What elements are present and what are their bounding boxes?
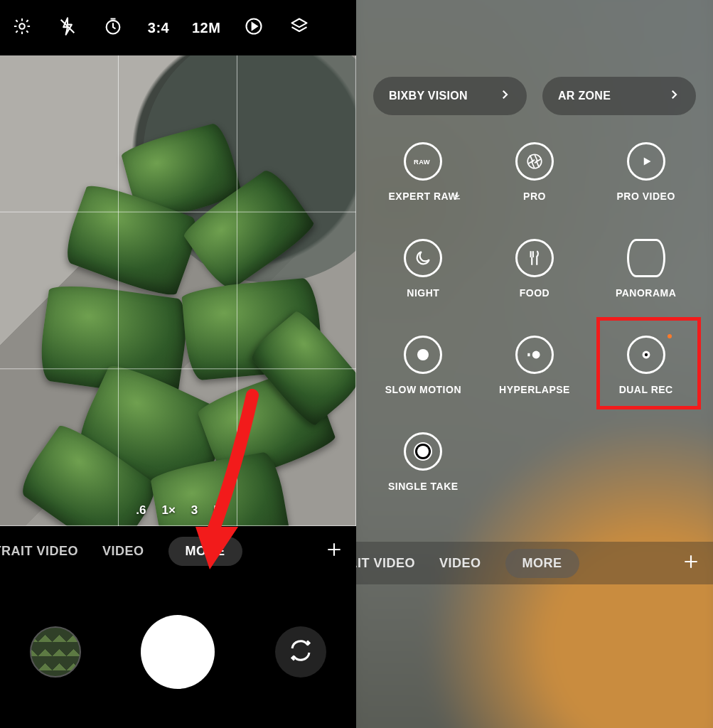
mode-label: SLOW MOTION bbox=[385, 384, 461, 395]
mode-dual-rec[interactable]: DUAL REC bbox=[590, 336, 702, 395]
pro-video-icon bbox=[627, 142, 665, 181]
plus-icon bbox=[325, 540, 343, 562]
mode-label: PRO bbox=[523, 191, 546, 202]
mode-pro-video[interactable]: PRO VIDEO bbox=[590, 142, 702, 202]
mode-video[interactable]: VIDEO bbox=[102, 544, 144, 559]
mode-video[interactable]: VIDEO bbox=[439, 556, 481, 571]
svg-point-0 bbox=[19, 23, 24, 28]
shutter-button[interactable] bbox=[141, 615, 215, 689]
zoom-3x[interactable]: 3 bbox=[191, 503, 198, 518]
mode-night[interactable]: NIGHT bbox=[368, 239, 479, 299]
mode-panorama[interactable]: PANORAMA bbox=[590, 239, 702, 299]
mode-label: HYPERLAPSE bbox=[499, 384, 570, 395]
svg-rect-10 bbox=[527, 353, 530, 356]
mode-portrait-video[interactable]: PORTRAIT VIDEO bbox=[0, 544, 78, 559]
bixby-vision-chip[interactable]: BIXBY VISION bbox=[373, 77, 527, 115]
zoom-wide[interactable]: .6 bbox=[136, 503, 146, 518]
mode-label: EXPERT RAW bbox=[389, 191, 459, 202]
camera-more-screen: BIXBY VISION AR ZONE RAW EXPERT RAW bbox=[356, 0, 713, 728]
switch-camera-button[interactable] bbox=[275, 626, 326, 678]
mode-more[interactable]: MORE bbox=[505, 549, 579, 578]
moon-icon bbox=[404, 239, 442, 277]
svg-point-9 bbox=[532, 351, 540, 359]
mode-selector[interactable]: RTRAIT VIDEO VIDEO MORE bbox=[356, 542, 713, 584]
svg-text:RAW: RAW bbox=[414, 159, 430, 166]
mode-food[interactable]: FOOD bbox=[479, 239, 591, 299]
gridlines bbox=[0, 55, 356, 526]
motion-photo-icon bbox=[244, 16, 264, 39]
mode-more[interactable]: MORE bbox=[168, 537, 242, 566]
edit-modes-button[interactable] bbox=[680, 552, 702, 574]
flash-button[interactable] bbox=[55, 16, 80, 39]
filters-button[interactable] bbox=[287, 16, 311, 39]
mode-grid: RAW EXPERT RAW PRO PRO VIDEO bbox=[356, 142, 713, 492]
edit-modes-button[interactable] bbox=[323, 540, 345, 562]
slow-motion-icon bbox=[404, 336, 442, 374]
mode-expert-raw[interactable]: RAW EXPERT RAW bbox=[368, 142, 479, 202]
motion-photo-button[interactable] bbox=[242, 16, 266, 39]
zoom-tray: .6 1× 3 5 bbox=[136, 503, 220, 518]
svg-point-7 bbox=[527, 154, 542, 168]
plus-icon bbox=[682, 552, 700, 574]
svg-marker-8 bbox=[643, 158, 650, 166]
chip-label: AR ZONE bbox=[558, 90, 611, 102]
chevron-right-icon bbox=[498, 88, 511, 104]
flash-off-icon bbox=[58, 16, 77, 39]
mode-label: SINGLE TAKE bbox=[388, 481, 459, 492]
layers-icon bbox=[289, 16, 309, 39]
mode-label: FOOD bbox=[520, 287, 550, 299]
chevron-right-icon bbox=[668, 88, 680, 104]
svg-marker-4 bbox=[252, 23, 257, 29]
new-dot-indicator bbox=[668, 334, 672, 338]
gallery-thumbnail[interactable] bbox=[30, 626, 81, 678]
hyperlapse-icon bbox=[515, 336, 554, 374]
mode-label: PRO VIDEO bbox=[617, 191, 675, 202]
camera-main-screen: 3:4 12M bbox=[0, 0, 356, 728]
ar-zone-chip[interactable]: AR ZONE bbox=[542, 77, 696, 115]
mode-label: NIGHT bbox=[407, 287, 439, 299]
aperture-icon bbox=[515, 142, 554, 181]
mode-selector[interactable]: PORTRAIT VIDEO VIDEO MORE bbox=[0, 526, 356, 576]
gear-icon bbox=[12, 16, 32, 39]
dual-rec-icon bbox=[627, 336, 665, 374]
zoom-5x[interactable]: 5 bbox=[213, 503, 220, 518]
aspect-ratio-button[interactable]: 3:4 bbox=[146, 20, 171, 36]
switch-camera-icon bbox=[288, 638, 313, 666]
mode-pro[interactable]: PRO bbox=[479, 142, 591, 202]
chip-label: BIXBY VISION bbox=[389, 90, 468, 102]
timer-button[interactable] bbox=[101, 16, 125, 39]
top-chips: BIXBY VISION AR ZONE bbox=[356, 77, 713, 115]
mode-portrait-video[interactable]: RTRAIT VIDEO bbox=[356, 556, 415, 571]
panorama-icon bbox=[627, 239, 665, 277]
mode-slow-motion[interactable]: SLOW MOTION bbox=[368, 336, 479, 395]
resolution-button[interactable]: 12M bbox=[192, 20, 220, 36]
topbar: 3:4 12M bbox=[0, 0, 356, 55]
mode-single-take[interactable]: SINGLE TAKE bbox=[368, 432, 479, 492]
expert-raw-icon: RAW bbox=[404, 142, 442, 181]
food-icon bbox=[515, 239, 554, 277]
mode-hyperlapse[interactable]: HYPERLAPSE bbox=[479, 336, 591, 395]
mode-label: DUAL REC bbox=[619, 384, 673, 395]
mode-label: PANORAMA bbox=[616, 287, 676, 299]
timer-icon bbox=[103, 16, 123, 39]
svg-point-12 bbox=[644, 353, 647, 356]
single-take-icon bbox=[404, 432, 442, 471]
settings-button[interactable] bbox=[10, 16, 34, 39]
shutter-row bbox=[0, 576, 356, 728]
viewfinder[interactable]: .6 1× 3 5 bbox=[0, 55, 356, 526]
zoom-1x[interactable]: 1× bbox=[161, 503, 175, 518]
